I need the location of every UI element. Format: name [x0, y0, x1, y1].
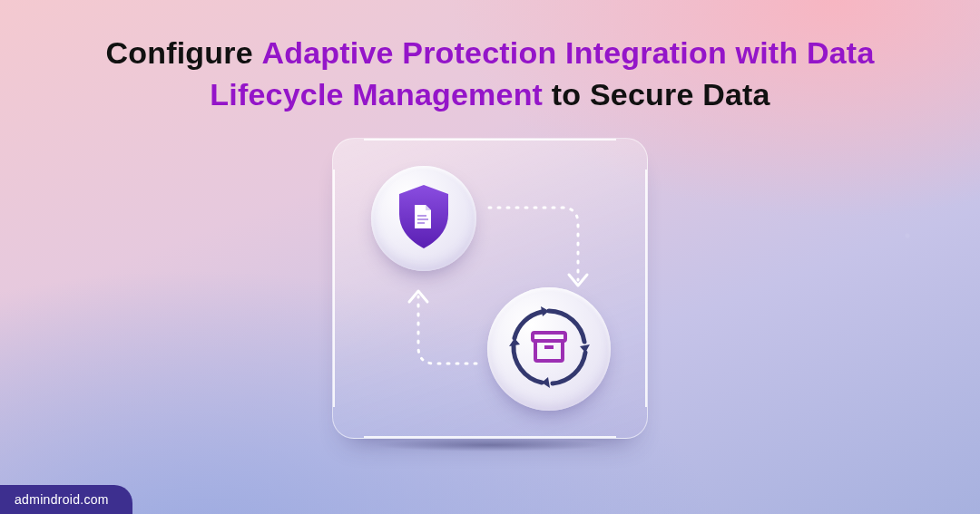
shield-document-icon [392, 181, 456, 256]
arrowhead-down-icon [569, 275, 587, 286]
flow-arrow-left-up [418, 296, 476, 364]
flow-arrow-right-down [489, 208, 578, 280]
svg-rect-1 [417, 218, 428, 220]
arrowhead-up-icon [409, 291, 427, 302]
diagram-panel [332, 138, 648, 439]
attribution-text: admindroid.com [15, 492, 109, 507]
title-suffix: to Secure Data [543, 77, 770, 112]
svg-rect-0 [417, 215, 426, 217]
title-prefix: Configure [105, 35, 261, 70]
svg-rect-4 [535, 341, 563, 361]
protection-node [371, 166, 476, 271]
flow-arrows [333, 139, 649, 440]
lifecycle-node [487, 287, 611, 411]
page-title: Configure Adaptive Protection Integratio… [82, 33, 898, 116]
attribution-badge: admindroid.com [0, 485, 132, 514]
diagram-panel-wrap [332, 138, 648, 439]
lifecycle-archive-icon [502, 300, 596, 398]
svg-rect-2 [417, 222, 425, 224]
